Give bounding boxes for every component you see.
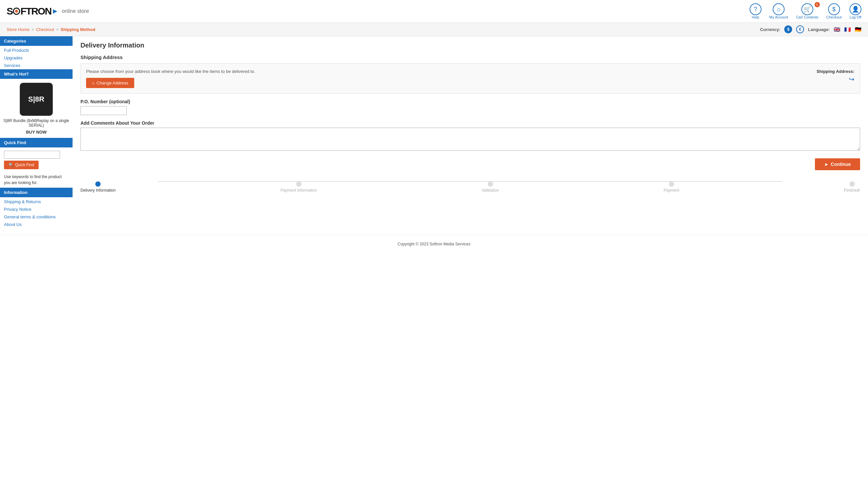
po-label: P.O. Number (optional) [81,99,860,104]
product-title: S|8R Bundle (8xM|Replay on a single SERI… [3,119,69,127]
flag-fr[interactable]: 🇫🇷 [844,27,851,33]
continue-button[interactable]: ► Continue [815,158,860,170]
shipping-address-title: Shipping Address [81,54,860,60]
breadcrumb-checkout[interactable]: Checkout [36,27,54,32]
header: S FTRON ► online store ? Help ⌂ My Accou… [0,0,868,23]
currency-usd[interactable]: $ [784,25,792,33]
currency-label: Currency: [760,27,780,32]
currency-eur[interactable]: € [796,25,804,33]
content: Delivery Information Shipping Address Pl… [73,36,868,235]
main: Categories Full Products Upgrades Servic… [0,36,868,235]
currency-language: Currency: $ € Language: 🇬🇧 🇫🇷 🇩🇪 [760,25,861,33]
nav-icons: ? Help ⌂ My Account 🛒 5 Cart Contents $ … [750,3,861,19]
comments-label: Add Comments About Your Order [81,120,860,126]
language-label: Language: [808,27,830,32]
progress-step-finished: Finished! [844,182,860,193]
product-image-text: S|8R [28,95,44,104]
nav-help[interactable]: ? Help [750,3,762,19]
nav-checkout[interactable]: $ Checkout [826,3,841,19]
sidebar-item-upgrades[interactable]: Upgrades [0,54,73,62]
quick-find-section: 🔍 Quick Find [0,148,73,172]
progress-label-validation: Validation [482,188,499,193]
sidebar: Categories Full Products Upgrades Servic… [0,36,73,235]
po-input[interactable] [81,106,127,115]
breadcrumb-sep1: > [31,27,34,32]
flag-en[interactable]: 🇬🇧 [834,27,840,33]
breadcrumb: Store Home > Checkout > Shipping Method … [0,23,868,36]
comments-section: Add Comments About Your Order [81,120,860,152]
checkout-icon: $ [828,3,840,15]
logo-arrow-icon: ► [51,7,59,16]
logo-text-ftron: FTRON [20,6,51,17]
sidebar-item-shipping[interactable]: Shipping & Returns [0,198,73,205]
progress-label-delivery: Delivery Information [81,188,116,193]
progress-label-payment: Payment [663,188,679,193]
product-buy[interactable]: BUY NOW [3,130,69,135]
sidebar-item-services[interactable]: Services [0,62,73,69]
progress-dot-validation [488,182,493,187]
breadcrumb-store-home[interactable]: Store Home [7,27,29,32]
sidebar-product: S|8R S|8R Bundle (8xM|Replay on a single… [0,80,73,138]
quick-find-input[interactable] [4,151,60,158]
shipping-address-box: Please choose from your address book whe… [81,63,860,94]
quick-find-desc: Use keywords to find the product you are… [0,172,73,188]
progress-container: Delivery Information Payment Information… [81,178,860,203]
help-icon: ? [750,3,762,15]
continue-row: ► Continue [81,158,860,170]
nav-logoff-label: Log Off [849,15,861,19]
progress-steps: Delivery Information Payment Information… [81,182,860,193]
logo: S FTRON ► online store [7,6,89,17]
product-image: S|8R [20,83,53,116]
nav-logoff[interactable]: 👤 Log Off [849,3,861,19]
categories-header: Categories [0,36,73,46]
breadcrumb-current: Shipping Method [60,27,95,32]
account-icon: ⌂ [773,3,785,15]
logoff-icon: 👤 [849,3,861,15]
logo-tagline: online store [62,8,89,14]
flag-de[interactable]: 🇩🇪 [855,27,861,33]
sidebar-item-about[interactable]: About Us [0,221,73,228]
nav-checkout-label: Checkout [826,15,841,19]
progress-step-validation: Validation [482,182,499,193]
nav-cart-label: Cart Contents [796,15,818,19]
sidebar-item-privacy[interactable]: Privacy Notice [0,205,73,213]
shipping-desc: Please choose from your address book whe… [86,69,255,74]
shipping-box-left: Please choose from your address book whe… [86,69,255,88]
information-header: Information [0,188,73,197]
page-title: Delivery Information [81,42,860,49]
progress-step-delivery: Delivery Information [81,182,116,193]
quick-find-button[interactable]: 🔍 Quick Find [4,161,39,169]
progress-step-payment: Payment [663,182,679,193]
nav-my-account-label: My Account [769,15,788,19]
logo-o [13,8,20,15]
progress-dot-payment [669,182,674,187]
progress-dot-payment-info [296,182,301,187]
address-arrow-icon: ↪ [817,75,855,83]
comments-textarea[interactable] [81,127,860,151]
arrow-right-icon: ► [824,162,829,167]
shipping-address-label: Shipping Address: [817,69,855,74]
copyright: Copyright © 2023 Softron Media Services [398,242,471,246]
logo-text-s: S [7,6,12,17]
progress-label-finished: Finished! [844,188,860,193]
progress-dot-delivery [95,182,101,187]
cart-icon: 🛒 [802,3,813,15]
quick-find-header: Quick Find [0,138,73,147]
search-icon: 🔍 [9,163,13,167]
whats-hot-header: What's Hot? [0,69,73,79]
progress-step-payment-info: Payment Information [280,182,317,193]
nav-cart[interactable]: 🛒 5 Cart Contents [796,3,818,19]
sidebar-item-terms[interactable]: General terms & conditions [0,213,73,221]
progress-label-payment-info: Payment Information [280,188,317,193]
nav-my-account[interactable]: ⌂ My Account [769,3,788,19]
sidebar-item-full-products[interactable]: Full Products [0,47,73,54]
progress-dot-finished [849,182,855,187]
home-icon: ⌂ [92,81,95,85]
breadcrumb-sep2: > [56,27,59,32]
nav-help-label: Help [752,15,759,19]
shipping-address-right: Shipping Address: ↪ [817,69,855,83]
change-address-button[interactable]: ⌂ Change Address [86,78,134,88]
cart-badge: 5 [815,2,820,7]
breadcrumb-nav: Store Home > Checkout > Shipping Method [7,27,95,32]
po-section: P.O. Number (optional) [81,99,860,115]
